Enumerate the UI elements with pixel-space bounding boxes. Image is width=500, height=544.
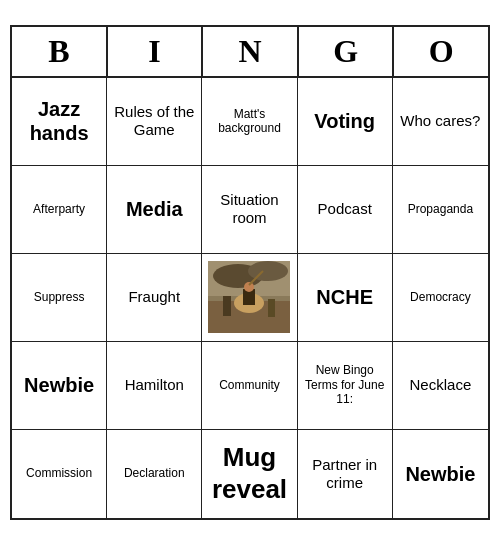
bingo-cell-10: Suppress [12, 254, 107, 342]
bingo-cell-24: Newbie [393, 430, 488, 518]
cell-text-19: Necklace [410, 376, 472, 394]
header-letter-I: I [108, 27, 204, 76]
cell-text-23: Partner in crime [302, 456, 388, 492]
cell-text-8: Podcast [318, 200, 372, 218]
cell-text-0: Jazz hands [16, 97, 102, 145]
bingo-card: BINGO Jazz handsRules of the GameMatt's … [10, 25, 490, 520]
header-letter-G: G [299, 27, 395, 76]
bingo-cell-17: Community [202, 342, 297, 430]
header-letter-N: N [203, 27, 299, 76]
svg-point-3 [248, 261, 288, 281]
bingo-cell-5: Afterparty [12, 166, 107, 254]
bingo-grid: Jazz handsRules of the GameMatt's backgr… [12, 78, 488, 518]
cell-text-2: Matt's background [206, 107, 292, 136]
cell-text-17: Community [219, 378, 280, 392]
bingo-cell-4: Who cares? [393, 78, 488, 166]
cell-text-9: Propaganda [408, 202, 473, 216]
bingo-cell-14: Democracy [393, 254, 488, 342]
header-letter-O: O [394, 27, 488, 76]
bingo-cell-6: Media [107, 166, 202, 254]
bingo-cell-3: Voting [298, 78, 393, 166]
bingo-cell-18: New Bingo Terms for June 11: [298, 342, 393, 430]
bingo-cell-21: Declaration [107, 430, 202, 518]
cell-text-24: Newbie [405, 462, 475, 486]
cell-text-18: New Bingo Terms for June 11: [302, 363, 388, 406]
cell-text-10: Suppress [34, 290, 85, 304]
cell-text-16: Hamilton [125, 376, 184, 394]
bingo-cell-9: Propaganda [393, 166, 488, 254]
bingo-cell-15: Newbie [12, 342, 107, 430]
bingo-cell-20: Commission [12, 430, 107, 518]
bingo-cell-22: Mug reveal [202, 430, 297, 518]
cell-text-20: Commission [26, 466, 92, 480]
cell-text-3: Voting [314, 109, 375, 133]
bingo-cell-0: Jazz hands [12, 78, 107, 166]
bingo-cell-13: NCHE [298, 254, 393, 342]
cell-text-4: Who cares? [400, 112, 480, 130]
bingo-cell-11: Fraught [107, 254, 202, 342]
bingo-cell-16: Hamilton [107, 342, 202, 430]
bingo-cell-12 [202, 254, 297, 342]
cell-text-15: Newbie [24, 373, 94, 397]
svg-rect-10 [268, 299, 275, 317]
cell-text-6: Media [126, 197, 183, 221]
painting-image [208, 261, 290, 333]
header-letter-B: B [12, 27, 108, 76]
cell-text-13: NCHE [316, 285, 373, 309]
cell-text-11: Fraught [128, 288, 180, 306]
bingo-cell-19: Necklace [393, 342, 488, 430]
bingo-header: BINGO [12, 27, 488, 78]
bingo-cell-2: Matt's background [202, 78, 297, 166]
cell-text-7: Situation room [206, 191, 292, 227]
cell-text-14: Democracy [410, 290, 471, 304]
svg-point-7 [244, 282, 254, 292]
cell-text-22: Mug reveal [206, 442, 292, 504]
cell-text-21: Declaration [124, 466, 185, 480]
bingo-cell-1: Rules of the Game [107, 78, 202, 166]
bingo-cell-23: Partner in crime [298, 430, 393, 518]
cell-text-1: Rules of the Game [111, 103, 197, 139]
bingo-cell-8: Podcast [298, 166, 393, 254]
cell-text-5: Afterparty [33, 202, 85, 216]
bingo-cell-7: Situation room [202, 166, 297, 254]
svg-rect-9 [223, 296, 231, 316]
